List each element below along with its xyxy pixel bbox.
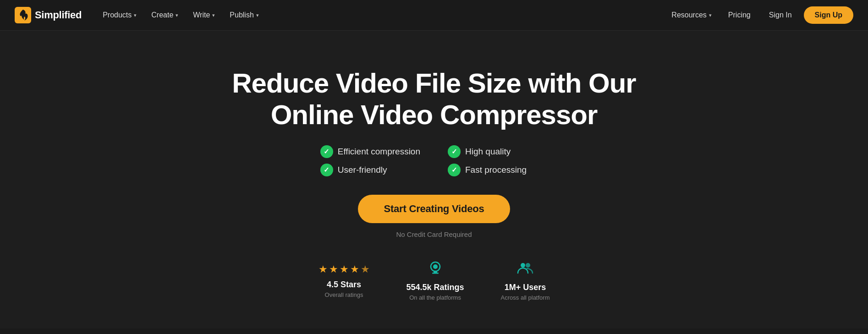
check-icon <box>320 164 333 176</box>
star-1: ★ <box>319 263 328 275</box>
hero-section: Reduce Video File Size with Our Online V… <box>0 31 868 329</box>
stat-ratings: 554.5k Ratings On all the platforms <box>407 260 464 301</box>
feature-user-friendly: User-friendly <box>320 164 420 176</box>
star-2: ★ <box>329 263 338 275</box>
check-icon <box>448 164 461 176</box>
chevron-down-icon: ▾ <box>176 12 178 18</box>
users-label: Across all platform <box>501 294 550 301</box>
ratings-value: 554.5k Ratings <box>407 283 464 292</box>
chevron-down-icon: ▾ <box>212 12 215 18</box>
users-icon <box>517 260 533 279</box>
trophy-icon <box>428 260 443 279</box>
logo-link[interactable]: Simplified <box>15 7 82 23</box>
star-rating: ★ ★ ★ ★ ★ <box>319 263 370 275</box>
chevron-down-icon: ▾ <box>709 12 712 18</box>
nav-create[interactable]: Create ▾ <box>145 7 185 23</box>
feature-high-quality: High quality <box>448 145 548 158</box>
nav-right: Resources ▾ Pricing Sign In Sign Up <box>665 6 853 24</box>
navbar: Simplified Products ▾ Create ▾ Write ▾ P… <box>0 0 868 31</box>
feature-fast-processing: Fast processing <box>448 164 548 176</box>
star-half: ★ <box>361 263 370 275</box>
no-credit-card-text: No Credit Card Required <box>396 230 472 238</box>
svg-point-6 <box>526 263 530 268</box>
svg-point-5 <box>521 263 525 268</box>
nav-products[interactable]: Products ▾ <box>96 7 143 23</box>
stars-label: Overall ratings <box>325 291 363 298</box>
start-creating-button[interactable]: Start Creating Videos <box>358 195 510 223</box>
feature-efficient-compression: Efficient compression <box>320 145 420 158</box>
nav-write[interactable]: Write ▾ <box>187 7 221 23</box>
signup-button[interactable]: Sign Up <box>804 6 853 24</box>
svg-rect-3 <box>434 271 437 273</box>
chevron-down-icon: ▾ <box>256 12 259 18</box>
star-3: ★ <box>340 263 349 275</box>
nav-links: Products ▾ Create ▾ Write ▾ Publish ▾ <box>96 7 665 23</box>
features-grid: Efficient compression High quality User-… <box>320 145 548 176</box>
stars-value: 4.5 Stars <box>327 280 361 290</box>
users-value: 1M+ Users <box>505 283 546 292</box>
logo-icon <box>15 7 31 23</box>
svg-rect-4 <box>432 273 439 274</box>
check-icon <box>320 145 333 158</box>
hero-title: Reduce Video File Size with Our Online V… <box>228 67 640 131</box>
ratings-label: On all the platforms <box>409 294 461 301</box>
nav-publish[interactable]: Publish ▾ <box>223 7 265 23</box>
star-4: ★ <box>350 263 359 275</box>
stats-section: ★ ★ ★ ★ ★ 4.5 Stars Overall ratings 554.… <box>319 260 550 301</box>
stat-stars: ★ ★ ★ ★ ★ 4.5 Stars Overall ratings <box>319 263 370 298</box>
svg-point-2 <box>433 264 438 269</box>
stat-users: 1M+ Users Across all platform <box>501 260 550 301</box>
check-icon <box>448 145 461 158</box>
signin-button[interactable]: Sign In <box>761 7 800 23</box>
nav-resources[interactable]: Resources ▾ <box>665 7 718 23</box>
nav-pricing[interactable]: Pricing <box>722 7 757 23</box>
logo-text: Simplified <box>35 9 82 21</box>
chevron-down-icon: ▾ <box>134 12 137 18</box>
